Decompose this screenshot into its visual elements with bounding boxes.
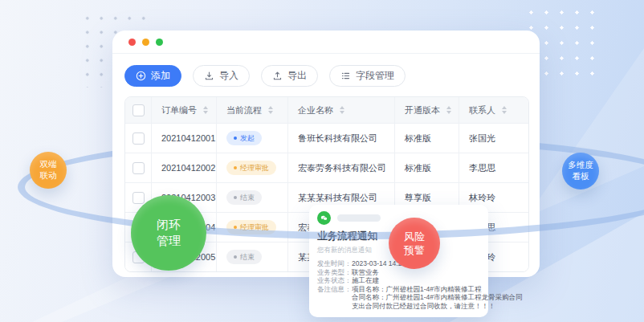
field-label: 备注信息： — [317, 285, 352, 294]
field-label — [317, 302, 352, 311]
order-no-cell: 20210412002 — [151, 153, 216, 182]
version-cell: 标准版 — [394, 124, 459, 153]
column-header-label: 订单编号 — [161, 104, 197, 116]
status-cell: 经理审批 — [216, 153, 287, 182]
table-row[interactable]: 20210412001发起鲁班长科技有限公司标准版张国光 — [125, 123, 528, 153]
header-checkbox-cell — [125, 97, 151, 123]
status-dot — [234, 255, 237, 259]
table-header-row: 订单编号当前流程企业名称开通版本联系人 — [125, 97, 528, 123]
status-badge: 发起 — [226, 131, 262, 145]
status-label: 经理审批 — [240, 222, 269, 233]
sort-desc-arrow — [203, 111, 208, 114]
field-label — [317, 293, 352, 302]
field-label: 业务类型： — [317, 268, 352, 277]
traffic-light-dot[interactable] — [128, 39, 136, 46]
sort-asc-arrow — [340, 106, 344, 109]
column-header-label: 当前流程 — [226, 104, 262, 116]
field-value: 合同名称：广州碧桂园1-4#市内精装修工程龙骨采购合同 — [352, 293, 523, 302]
traffic-light-dot[interactable] — [156, 39, 163, 46]
row-checkbox-cell — [125, 124, 151, 153]
sort-icon[interactable] — [502, 106, 507, 114]
status-cell: 经理审批 — [216, 213, 287, 242]
column-header-label: 联系人 — [469, 104, 495, 116]
sort-desc-arrow — [446, 111, 451, 114]
column-header: 企业名称 — [287, 97, 394, 123]
status-label: 结束 — [240, 252, 255, 263]
notification-field-row: 备注信息：项目名称：广州碧桂园1-4#市内精装修工程 — [317, 285, 480, 294]
status-label: 结束 — [240, 193, 255, 203]
plus-circle-icon — [136, 71, 146, 81]
status-label: 经理审批 — [240, 163, 269, 173]
sort-desc-arrow — [502, 111, 507, 114]
order-no-cell: 20210412001 — [151, 124, 216, 153]
column-header-label: 企业名称 — [298, 104, 333, 116]
status-dot — [234, 226, 237, 229]
window-titlebar — [112, 31, 540, 54]
status-cell: 结束 — [216, 243, 287, 271]
field-manage-button[interactable]: 字段管理 — [329, 65, 406, 87]
field-value: 支出合同付款已经超过合同收款，请注意！！！ — [352, 302, 495, 311]
bubble-label-line: 多维度 — [568, 160, 593, 171]
import-button[interactable]: 导入 — [193, 65, 250, 87]
bubble-label-line: 闭环 — [157, 217, 181, 233]
field-value: 施工在建 — [352, 276, 379, 285]
sort-asc-arrow — [502, 106, 507, 109]
sender-placeholder — [337, 214, 381, 222]
bubble-multi-board: 多维度看板 — [562, 153, 599, 190]
status-cell: 发起 — [216, 124, 287, 153]
company-cell: 鲁班长科技有限公司 — [287, 124, 394, 153]
sort-icon[interactable] — [268, 106, 273, 114]
field-value: 联营业务 — [352, 268, 379, 277]
status-badge: 经理审批 — [226, 220, 276, 234]
sort-asc-arrow — [268, 106, 273, 109]
bubble-label-line: 预警 — [404, 243, 425, 257]
export-button[interactable]: 导出 — [261, 65, 318, 87]
notification-field-row: 合同名称：广州碧桂园1-4#市内精装修工程龙骨采购合同 — [317, 293, 480, 302]
field-value: 项目名称：广州碧桂园1-4#市内精装修工程 — [352, 285, 482, 294]
add-button[interactable]: 添加 — [124, 65, 181, 87]
bubble-label-line: 双端 — [40, 159, 57, 170]
column-header: 开通版本 — [394, 97, 459, 123]
bubble-label-line: 管理 — [157, 233, 181, 249]
company-cell: 宏泰劳务科技有限公司 — [287, 153, 394, 182]
notification-field-row: 支出合同付款已经超过合同收款，请注意！！！ — [317, 302, 480, 311]
row-checkbox[interactable] — [132, 192, 145, 204]
bubble-label-line: 联动 — [40, 170, 57, 181]
bubble-label-line: 风险 — [404, 230, 425, 243]
status-dot — [234, 166, 237, 169]
traffic-light-dot[interactable] — [142, 39, 149, 46]
row-checkbox-cell — [125, 153, 151, 182]
wechat-icon — [317, 211, 331, 225]
traffic-lights — [128, 39, 163, 46]
column-header-label: 开通版本 — [405, 104, 440, 116]
select-all-checkbox[interactable] — [132, 104, 145, 116]
version-cell: 标准版 — [394, 153, 459, 182]
import-icon — [204, 71, 214, 81]
list-icon — [340, 71, 351, 81]
row-checkbox[interactable] — [132, 162, 145, 174]
column-header: 联系人 — [459, 97, 528, 123]
field-label: 发生时间： — [317, 259, 352, 268]
status-badge: 结束 — [226, 250, 262, 264]
status-label: 发起 — [240, 133, 255, 144]
column-header: 订单编号 — [151, 97, 216, 123]
sort-icon[interactable] — [340, 106, 344, 114]
export-icon — [272, 71, 283, 81]
bubble-dual-linkage: 双端联动 — [30, 152, 67, 189]
bubble-closed-loop: 闭环管理 — [131, 195, 206, 271]
status-cell: 结束 — [216, 183, 287, 212]
table-row[interactable]: 20210412002经理审批宏泰劳务科技有限公司标准版李思思 — [125, 153, 528, 182]
sort-icon[interactable] — [446, 106, 451, 114]
column-header: 当前流程 — [216, 97, 287, 123]
sort-icon[interactable] — [203, 106, 208, 114]
row-checkbox[interactable] — [132, 132, 145, 145]
bubble-label-line: 看板 — [573, 171, 589, 182]
import-button-label: 导入 — [219, 69, 238, 83]
status-badge: 结束 — [226, 190, 262, 205]
sort-asc-arrow — [446, 106, 451, 109]
field-label: 业务状态： — [317, 276, 352, 285]
status-dot — [234, 196, 237, 199]
notification-field-row: 业务状态：施工在建 — [317, 276, 480, 285]
status-badge: 经理审批 — [226, 161, 276, 175]
field-manage-button-label: 字段管理 — [356, 69, 394, 83]
